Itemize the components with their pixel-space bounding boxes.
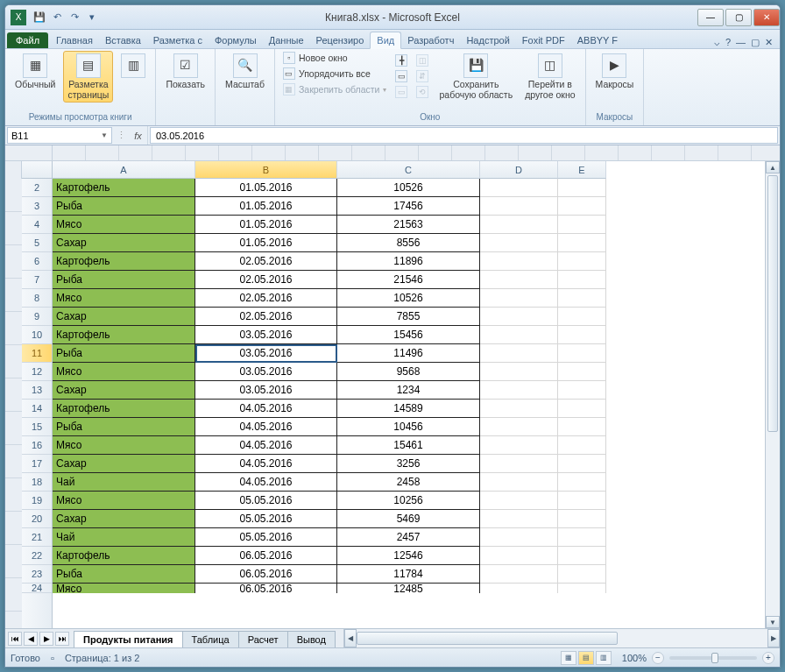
cell[interactable] (558, 179, 606, 197)
row-header[interactable]: 19 (22, 492, 52, 510)
cell[interactable] (558, 197, 606, 216)
cell[interactable] (480, 473, 558, 492)
row-header[interactable]: 12 (22, 363, 52, 381)
tab-next-icon[interactable]: ▶ (39, 632, 53, 646)
cell[interactable]: Рыба (53, 344, 195, 363)
cell[interactable]: 9568 (337, 363, 480, 381)
vertical-ruler[interactable] (5, 161, 22, 628)
col-header-d[interactable]: D (480, 161, 558, 179)
formula-input[interactable]: 03.05.2016 (150, 127, 778, 144)
cell[interactable] (558, 289, 606, 308)
vscroll-thumb[interactable] (767, 175, 778, 432)
tab-page-layout[interactable]: Разметка с (147, 32, 209, 48)
cell[interactable]: 05.05.2016 (195, 528, 337, 547)
sheet-tab[interactable]: Продукты питания (74, 631, 183, 647)
normal-view-button[interactable]: ▦ Обычный (11, 51, 60, 93)
tab-home[interactable]: Главная (50, 32, 99, 48)
cell[interactable]: 10256 (337, 492, 480, 510)
cell-grid[interactable]: Картофель01.05.201610526Рыба01.05.201617… (53, 179, 765, 628)
row-header[interactable]: 24 (22, 584, 52, 593)
doc-close-icon[interactable]: ✕ (765, 37, 773, 48)
row-header[interactable]: 2 (22, 179, 52, 197)
cell[interactable]: Мясо (53, 216, 195, 234)
cell[interactable]: Рыба (53, 197, 195, 216)
minimize-button[interactable]: — (697, 9, 724, 26)
tab-insert[interactable]: Вставка (99, 32, 147, 48)
cell[interactable]: 03.05.2016 (195, 344, 337, 363)
fx-icon[interactable]: fx (129, 126, 148, 145)
col-header-e[interactable]: E (558, 161, 606, 179)
row-header[interactable]: 17 (22, 455, 52, 473)
cell[interactable] (480, 381, 558, 400)
cell[interactable]: Мясо (53, 289, 195, 308)
cell[interactable]: 03.05.2016 (195, 363, 337, 381)
row-header[interactable]: 18 (22, 473, 52, 492)
cell[interactable]: 05.05.2016 (195, 510, 337, 528)
cell[interactable] (558, 252, 606, 271)
cell[interactable]: 04.05.2016 (195, 473, 337, 492)
cell[interactable] (480, 271, 558, 289)
row-header[interactable]: 10 (22, 326, 52, 344)
cell[interactable]: 06.05.2016 (195, 565, 337, 584)
cell[interactable]: Рыба (53, 418, 195, 436)
tab-file[interactable]: Файл (7, 32, 48, 48)
cell[interactable]: 11896 (337, 252, 480, 271)
tab-review[interactable]: Рецензиро (310, 32, 371, 48)
cell[interactable] (558, 363, 606, 381)
cell[interactable]: Мясо (53, 436, 195, 455)
cell[interactable]: 17456 (337, 197, 480, 216)
cell[interactable] (480, 455, 558, 473)
cell[interactable]: 04.05.2016 (195, 418, 337, 436)
zoom-button[interactable]: 🔍 Масштаб (221, 51, 269, 93)
cell[interactable] (558, 216, 606, 234)
new-window-button[interactable]: ▫Новое окно (280, 51, 389, 65)
save-workspace-button[interactable]: 💾 Сохранить рабочую область (435, 51, 517, 103)
cell[interactable]: 04.05.2016 (195, 400, 337, 418)
cell[interactable]: Сахар (53, 510, 195, 528)
row-header[interactable]: 23 (22, 565, 52, 584)
cell[interactable]: 7855 (337, 308, 480, 326)
cell[interactable]: 11784 (337, 565, 480, 584)
cell[interactable]: 03.05.2016 (195, 326, 337, 344)
page-layout-view-button[interactable]: ▤ Разметка страницы (63, 51, 113, 103)
row-header[interactable]: 6 (22, 252, 52, 271)
cell[interactable] (558, 492, 606, 510)
cell[interactable]: 10526 (337, 179, 480, 197)
cell[interactable]: Картофель (53, 547, 195, 565)
cell[interactable]: 04.05.2016 (195, 455, 337, 473)
name-box-dropdown-icon[interactable]: ▼ (101, 131, 108, 139)
cell[interactable] (558, 326, 606, 344)
tab-prev-icon[interactable]: ◀ (24, 632, 38, 646)
select-all-corner[interactable] (22, 161, 53, 179)
redo-icon[interactable]: ↷ (67, 11, 81, 25)
cell[interactable]: 8556 (337, 234, 480, 252)
close-button[interactable]: ✕ (753, 9, 780, 26)
cell[interactable]: 15456 (337, 326, 480, 344)
name-box[interactable]: B11 ▼ (7, 127, 112, 144)
cell[interactable] (558, 473, 606, 492)
cell[interactable]: Мясо (53, 492, 195, 510)
cell[interactable] (480, 289, 558, 308)
cell[interactable]: 2458 (337, 473, 480, 492)
save-icon[interactable]: 💾 (32, 11, 46, 25)
cell[interactable] (480, 216, 558, 234)
cell[interactable] (558, 455, 606, 473)
zoom-slider[interactable] (669, 656, 757, 660)
scroll-right-icon[interactable]: ▶ (767, 629, 780, 647)
cell[interactable]: 06.05.2016 (195, 547, 337, 565)
row-header[interactable]: 21 (22, 528, 52, 547)
cell[interactable]: 01.05.2016 (195, 197, 337, 216)
cell[interactable]: Картофель (53, 326, 195, 344)
cell[interactable] (480, 197, 558, 216)
tab-addins[interactable]: Надстрой (460, 32, 515, 48)
cell[interactable]: Рыба (53, 271, 195, 289)
cell[interactable] (480, 234, 558, 252)
help-icon[interactable]: ? (725, 37, 731, 48)
zoom-out-button[interactable]: − (652, 652, 664, 664)
cell[interactable]: Сахар (53, 381, 195, 400)
zoom-knob[interactable] (711, 653, 718, 663)
cell[interactable]: Сахар (53, 455, 195, 473)
cell[interactable] (480, 252, 558, 271)
ribbon-minimize-icon[interactable]: ⌵ (714, 37, 720, 48)
show-button[interactable]: ☑ Показать (161, 51, 209, 93)
